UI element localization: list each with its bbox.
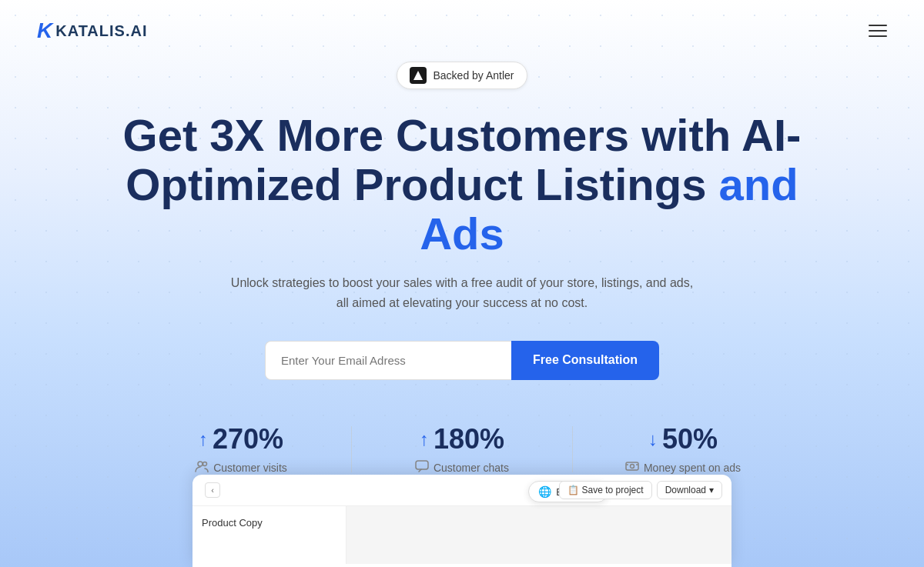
svg-marker-0: [413, 71, 423, 80]
stat-label-chats: Customer chats: [415, 460, 509, 475]
stat-label-visits: Customer visits: [195, 460, 287, 475]
logo-icon: K: [37, 18, 52, 43]
chats-label: Customer chats: [434, 462, 509, 474]
action-buttons: 📋 Save to project Download ▾: [559, 481, 722, 499]
hamburger-line-1: [869, 25, 887, 26]
save-icon: 📋: [567, 485, 579, 495]
stat-number-visits: 270%: [213, 423, 283, 455]
hamburger-line-3: [869, 35, 887, 37]
arrow-up-icon: ↑: [199, 429, 208, 450]
stat-number-chats: 180%: [434, 423, 504, 455]
antler-icon: [410, 67, 427, 84]
svg-point-2: [203, 462, 207, 465]
stat-value-chats: ↑ 180%: [420, 423, 504, 455]
arrow-up-icon-2: ↑: [420, 429, 429, 450]
hamburger-line-2: [869, 30, 887, 32]
preview-card: ‹ 🌐 English ▾ 📋 Save to project Download…: [192, 475, 732, 567]
product-copy-label: Product Copy: [202, 517, 263, 529]
download-button[interactable]: Download ▾: [657, 481, 722, 499]
preview-main: [346, 506, 732, 564]
main-content: Backed by Antler Get 3X More Customers w…: [0, 62, 924, 475]
stat-customer-chats: ↑ 180% Customer chats: [352, 423, 572, 475]
logo-text: KATALIS.AI: [55, 22, 147, 40]
preview-sidebar: Product Copy: [192, 506, 346, 564]
ads-label: Money spent on ads: [644, 462, 741, 474]
stat-number-ads: 50%: [662, 423, 718, 455]
navbar: K KATALIS.AI: [0, 0, 924, 62]
visits-label: Customer visits: [213, 462, 287, 474]
stat-money-ads: ↓ 50% Money spent on ads: [573, 423, 793, 475]
stat-value-visits: ↑ 270%: [199, 423, 283, 455]
save-to-project-button[interactable]: 📋 Save to project: [559, 481, 652, 499]
badge-label: Backed by Antler: [433, 69, 514, 82]
preview-nav: ‹: [205, 482, 220, 498]
hamburger-menu[interactable]: [869, 25, 887, 37]
svg-rect-3: [416, 461, 428, 469]
globe-icon: 🌐: [538, 485, 551, 498]
free-consultation-button[interactable]: Free Consultation: [511, 341, 659, 380]
hero-heading: Get 3X More Customers with AI-Optimized …: [116, 111, 808, 258]
antler-badge: Backed by Antler: [397, 62, 527, 89]
email-form: Free Consultation: [265, 341, 659, 380]
stat-customer-visits: ↑ 270% Customer visits: [131, 423, 351, 475]
ui-preview: ‹ 🌐 English ▾ 📋 Save to project Download…: [192, 475, 732, 567]
arrow-down-icon: ↓: [648, 429, 658, 450]
svg-point-5: [630, 464, 634, 468]
chats-icon: [415, 460, 429, 475]
stat-value-ads: ↓ 50%: [648, 423, 718, 455]
stats-row: ↑ 270% Customer visits ↑ 180%: [131, 423, 793, 475]
preview-body: Product Copy: [192, 506, 732, 564]
hero-heading-highlight: and Ads: [420, 159, 798, 258]
visits-icon: [195, 460, 209, 475]
stat-label-ads: Money spent on ads: [625, 460, 741, 475]
preview-topbar: ‹ 🌐 English ▾ 📋 Save to project Download…: [192, 475, 732, 506]
email-input[interactable]: [265, 341, 511, 380]
logo[interactable]: K KATALIS.AI: [37, 18, 147, 43]
chevron-down-icon-2: ▾: [709, 485, 714, 495]
svg-point-1: [198, 462, 203, 466]
svg-rect-4: [626, 462, 638, 470]
nav-back-button[interactable]: ‹: [205, 482, 220, 498]
hero-subheading: Unlock strategies to boost your sales wi…: [223, 273, 701, 312]
ads-icon: [625, 460, 639, 475]
